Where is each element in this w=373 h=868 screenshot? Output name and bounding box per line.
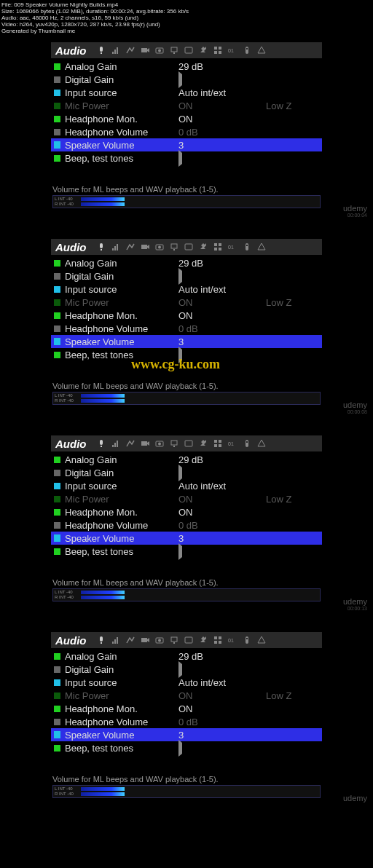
toolbar-icon-2[interactable] [125, 635, 136, 645]
toolbar-icon-4[interactable] [154, 635, 165, 645]
toolbar-icon-4[interactable] [154, 45, 165, 55]
toolbar-icon-7[interactable] [197, 438, 209, 449]
toolbar-icon-0[interactable] [95, 635, 107, 645]
toolbar-icon-2[interactable] [125, 45, 136, 55]
svg-rect-44 [171, 441, 177, 445]
toolbar-icon-7[interactable] [197, 242, 209, 252]
menu-item[interactable]: Input sourceAuto int/ext [51, 86, 322, 99]
toolbar-icon-5[interactable] [168, 45, 180, 55]
menu-item[interactable]: Headphone Volume0 dB [51, 715, 322, 728]
menu-item[interactable]: Analog Gain29 dB [51, 650, 322, 663]
menu-item[interactable]: Input sourceAuto int/ext [51, 479, 322, 492]
status-bullet-icon [54, 155, 60, 162]
toolbar-icon-9[interactable]: 01 [227, 635, 238, 645]
toolbar-icon-3[interactable] [139, 438, 151, 449]
toolbar-icon-0[interactable] [95, 45, 107, 55]
toolbar-icon-7[interactable] [197, 635, 209, 645]
toolbar-icon-6[interactable] [183, 45, 195, 55]
menu-item[interactable]: Digital Gain [51, 73, 322, 86]
menu-item[interactable]: Analog Gain29 dB [51, 60, 322, 73]
menu-item[interactable]: Speaker Volume3 [51, 532, 322, 545]
menu-item[interactable]: Input sourceAuto int/ext [51, 283, 322, 296]
toolbar-icon-0[interactable] [95, 242, 107, 252]
menu-item[interactable]: Headphone Volume0 dB [51, 322, 322, 335]
menu-item[interactable]: Speaker Volume3 [51, 138, 322, 151]
toolbar-icon-3[interactable] [139, 635, 151, 645]
help-text: Volume for ML beeps and WAV playback (1-… [52, 185, 219, 194]
menu-item[interactable]: Mic PowerONLow Z [51, 296, 322, 309]
toolbar-icon-9[interactable]: 01 [227, 438, 238, 449]
svg-rect-55 [101, 642, 102, 644]
toolbar-icon-6[interactable] [183, 242, 195, 252]
toolbar-icon-1[interactable] [110, 635, 122, 645]
menu-item[interactable]: Beep, test tones [51, 545, 322, 558]
toolbar-icon-8[interactable] [212, 635, 224, 645]
menu-item[interactable]: Analog Gain29 dB [51, 453, 322, 466]
toolbar-icon-1[interactable] [110, 438, 122, 449]
toolbar-icon-9[interactable]: 01 [227, 45, 238, 55]
svg-rect-3 [114, 50, 116, 54]
menu-item[interactable]: Headphone Volume0 dB [51, 518, 322, 532]
toolbar-icon-3[interactable] [139, 45, 151, 55]
toolbar-icon-4[interactable] [154, 242, 165, 252]
toolbar-icon-6[interactable] [183, 438, 195, 449]
menu-item[interactable]: Headphone Mon.ON [51, 309, 322, 322]
toolbar-icon-4[interactable] [154, 438, 165, 449]
menu-item[interactable]: Mic PowerONLow Z [51, 99, 322, 112]
toolbar-icon-0[interactable] [95, 438, 107, 449]
toolbar-icon-10[interactable] [241, 438, 253, 449]
toolbar-icon-3[interactable] [139, 242, 151, 252]
menu-item[interactable]: Headphone Mon.ON [51, 505, 322, 518]
svg-rect-1 [101, 52, 102, 54]
toolbar-icon-8[interactable] [212, 438, 224, 449]
menu-label: Digital Gain [65, 271, 178, 282]
toolbar-icon-11[interactable] [256, 242, 267, 252]
toolbar-icon-6[interactable] [183, 635, 195, 645]
toolbar-icon-10[interactable] [241, 45, 253, 55]
menu-value: 3 [178, 730, 259, 741]
menu-item[interactable]: Beep, test tones [51, 348, 322, 361]
toolbar-icon-2[interactable] [125, 438, 136, 449]
menu-item[interactable]: Mic PowerONLow Z [51, 689, 322, 702]
toolbar-icon-7[interactable] [197, 45, 209, 55]
toolbar-icon-5[interactable] [168, 242, 180, 252]
toolbar-icon-11[interactable] [256, 635, 267, 645]
menu-item[interactable]: Analog Gain29 dB [51, 256, 322, 269]
audio-menu-panel: Audio01Analog Gain29 dBDigital GainInput… [51, 239, 322, 361]
menu-header: Audio01 [51, 632, 322, 648]
menu-item[interactable]: Headphone Volume0 dB [51, 125, 322, 138]
svg-point-7 [158, 50, 161, 52]
meter-bar-left [81, 787, 125, 791]
menu-item[interactable]: Headphone Mon.ON [51, 702, 322, 715]
toolbar-icon-5[interactable] [168, 635, 180, 645]
svg-rect-22 [117, 244, 118, 250]
toolbar-icon-9[interactable]: 01 [227, 242, 238, 252]
toolbar-icon-1[interactable] [110, 242, 122, 252]
toolbar-icon-10[interactable] [241, 635, 253, 645]
menu-item[interactable]: Digital Gain [51, 269, 322, 283]
menu-value: 0 dB [178, 717, 259, 727]
menu-list: Analog Gain29 dBDigital GainInput source… [51, 60, 322, 165]
menu-item[interactable]: Speaker Volume3 [51, 335, 322, 348]
menu-item[interactable]: Mic PowerONLow Z [51, 492, 322, 505]
toolbar-icon-11[interactable] [256, 45, 267, 55]
submenu-arrow-icon [178, 268, 182, 285]
menu-item[interactable]: Beep, test tones [51, 151, 322, 165]
meter-label-left: L INT -40 [55, 590, 73, 594]
menu-item[interactable]: Digital Gain [51, 663, 322, 676]
menu-value: 29 dB [178, 61, 259, 72]
toolbar-icon-8[interactable] [212, 45, 224, 55]
menu-item[interactable]: Digital Gain [51, 466, 322, 479]
toolbar-icon-2[interactable] [125, 242, 136, 252]
svg-rect-23 [141, 245, 147, 249]
toolbar-icon-8[interactable] [212, 242, 224, 252]
toolbar-icon-1[interactable] [110, 45, 122, 55]
audio-meter: L INT -40R INT -40 [52, 392, 321, 405]
toolbar-icon-10[interactable] [241, 242, 253, 252]
menu-item[interactable]: Headphone Mon.ON [51, 112, 322, 125]
toolbar-icon-5[interactable] [168, 438, 180, 449]
toolbar-icon-11[interactable] [256, 438, 267, 449]
menu-item[interactable]: Speaker Volume3 [51, 728, 322, 741]
menu-item[interactable]: Beep, test tones [51, 741, 322, 754]
menu-item[interactable]: Input sourceAuto int/ext [51, 676, 322, 689]
